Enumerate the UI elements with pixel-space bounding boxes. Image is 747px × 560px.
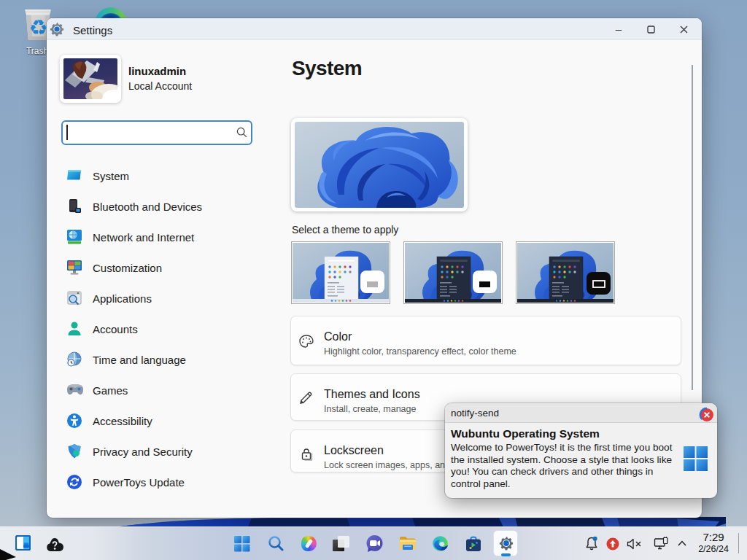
svg-text:♻: ♻ — [28, 16, 47, 39]
